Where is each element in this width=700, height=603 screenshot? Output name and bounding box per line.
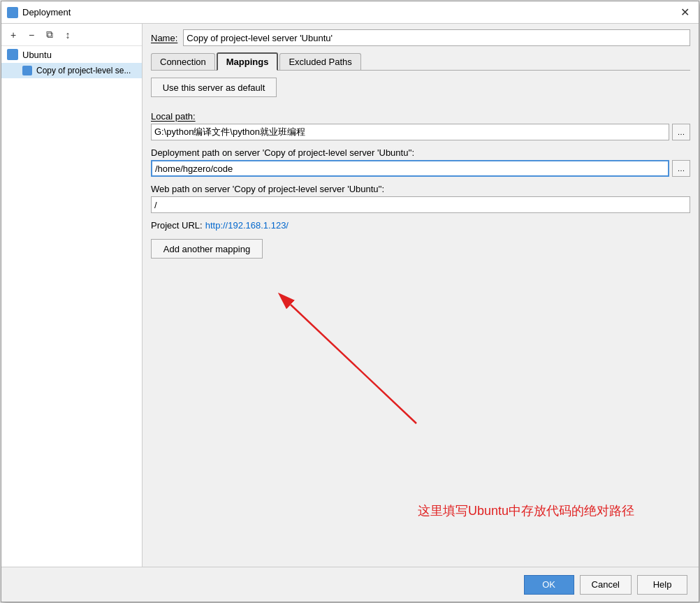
tabs: Connection Mappings Excluded Paths: [151, 52, 690, 71]
use-default-button[interactable]: Use this server as default: [151, 78, 277, 97]
deployment-path-input-row: …: [151, 160, 690, 177]
web-path-label: Web path on server 'Copy of project-leve…: [151, 184, 690, 194]
project-url-link[interactable]: http://192.168.1.123/: [205, 220, 289, 231]
sidebar-item-label: Copy of project-level se...: [36, 66, 131, 75]
remove-server-button[interactable]: −: [24, 27, 39, 43]
web-path-input[interactable]: [151, 196, 690, 213]
tab-connection[interactable]: Connection: [151, 53, 215, 70]
annotation-arrow: [151, 263, 570, 472]
name-input[interactable]: [183, 29, 690, 46]
local-path-input-row: …: [151, 124, 690, 140]
cancel-button[interactable]: Cancel: [580, 575, 632, 595]
server-icon: [7, 49, 18, 60]
project-url-row: Project URL: http://192.168.1.123/: [151, 220, 690, 231]
add-server-button[interactable]: +: [6, 27, 21, 43]
content-area: + − ⧉ ↕ Ubuntu Copy of project-level: [1, 24, 699, 567]
sidebar-item-label: Ubuntu: [22, 50, 52, 60]
sidebar-toolbar: + − ⧉ ↕: [1, 24, 142, 46]
bottom-bar: OK Cancel Help: [1, 567, 699, 602]
local-path-section: Local path: …: [151, 111, 690, 140]
close-button[interactable]: ✕: [676, 4, 693, 21]
svg-line-5: [291, 305, 416, 423]
local-path-input[interactable]: [151, 124, 669, 140]
web-path-section: Web path on server 'Copy of project-leve…: [151, 184, 690, 213]
tab-excluded-paths[interactable]: Excluded Paths: [279, 53, 360, 70]
add-mapping-container: Add another mapping: [151, 239, 690, 259]
dialog-title: Deployment: [22, 7, 71, 17]
local-path-label: Local path:: [151, 111, 690, 122]
add-mapping-button[interactable]: Add another mapping: [151, 239, 263, 259]
sidebar-item-copy-ubuntu[interactable]: Copy of project-level se...: [1, 63, 142, 78]
annotation-text: 这里填写Ubuntu中存放代码的绝对路径: [418, 502, 634, 519]
name-label: Name:: [151, 33, 177, 43]
project-url-label: Project URL:: [151, 220, 203, 231]
web-path-input-row: [151, 196, 690, 213]
help-button[interactable]: Help: [637, 575, 687, 595]
ok-button[interactable]: OK: [524, 575, 574, 595]
annotation-area: 这里填写Ubuntu中存放代码的绝对路径: [151, 263, 690, 561]
tab-mappings[interactable]: Mappings: [217, 52, 279, 71]
title-bar: Deployment ✕: [1, 1, 699, 24]
svg-rect-0: [8, 8, 17, 15]
deployment-path-browse-button[interactable]: …: [672, 160, 690, 177]
title-bar-left: Deployment: [7, 7, 71, 18]
deployment-dialog: Deployment ✕ + − ⧉ ↕ Ubu: [1, 1, 699, 602]
mappings-tab-content: Use this server as default Local path: ……: [151, 78, 690, 561]
deployment-path-label: Deployment path on server 'Copy of proje…: [151, 147, 690, 158]
sidebar: + − ⧉ ↕ Ubuntu Copy of project-level: [1, 24, 143, 567]
move-server-button[interactable]: ↕: [60, 27, 75, 43]
local-path-browse-button[interactable]: …: [672, 124, 690, 140]
sidebar-item-ubuntu[interactable]: Ubuntu: [1, 46, 142, 63]
main-panel: Name: Connection Mappings Excluded Paths…: [143, 24, 699, 567]
dialog-icon: [7, 7, 18, 18]
deployment-path-input[interactable]: [151, 160, 669, 177]
server-child-icon: [22, 66, 32, 75]
copy-server-button[interactable]: ⧉: [42, 27, 57, 43]
name-row: Name:: [151, 29, 690, 46]
deployment-path-section: Deployment path on server 'Copy of proje…: [151, 147, 690, 177]
